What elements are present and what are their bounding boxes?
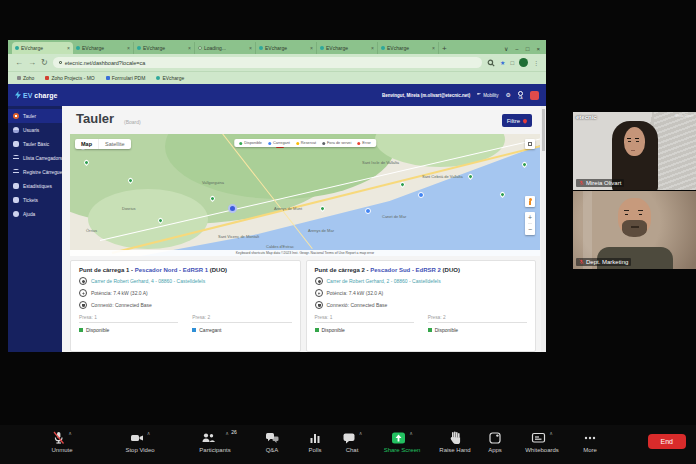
close-icon[interactable]: ×: [536, 46, 540, 52]
sidebar-label: Ajuda: [23, 212, 35, 217]
maximize-icon[interactable]: □: [526, 46, 530, 52]
chevron-up-icon[interactable]: ∧: [147, 430, 151, 436]
browser-tab[interactable]: Loading... ×: [195, 42, 256, 54]
browser-tab[interactable]: EVcharge ×: [317, 42, 378, 54]
chevron-up-icon[interactable]: ∧: [225, 430, 229, 436]
bookmark[interactable]: Zoho: [17, 75, 34, 81]
browser-tab[interactable]: EVcharge ×: [134, 42, 195, 54]
pegman-control[interactable]: [525, 196, 535, 207]
back-icon[interactable]: ←: [15, 59, 23, 67]
browser-tab[interactable]: EVcharge ×: [256, 42, 317, 54]
address-link[interactable]: Carrer de Robert Gerhard, 4 - 08860 - Ca…: [91, 278, 205, 284]
bookmark-label: Formulari PDM: [112, 75, 146, 81]
stop-video-button[interactable]: ∧ Stop Video: [108, 430, 172, 453]
page-scrollbar[interactable]: [541, 106, 546, 352]
sidebar-item-tickets[interactable]: Tickets: [8, 193, 62, 207]
reload-icon[interactable]: ↻: [41, 59, 48, 67]
sidebar-item-tauler-basic[interactable]: Tauler Bàsic: [8, 137, 62, 151]
browser-toolbar: ← → ↻ etecnic.net/dashboard?locale=ca ★ …: [8, 54, 546, 71]
extension-star-icon[interactable]: ★: [500, 60, 505, 66]
address-bar[interactable]: etecnic.net/dashboard?locale=ca: [53, 57, 482, 68]
list-icon: [13, 155, 19, 161]
legend-item[interactable]: Reservat: [296, 141, 316, 145]
video-tile-mireia[interactable]: etecnic Mireia Olivart Mireia Olivart: [573, 112, 696, 190]
legend-label: Disponible: [244, 141, 262, 145]
minimize-icon[interactable]: −: [515, 46, 519, 52]
sidebar-label: Tauler Bàsic: [23, 142, 49, 147]
fullscreen-button[interactable]: [525, 139, 535, 149]
sidebar-item-usuaris[interactable]: Usuaris: [8, 123, 62, 137]
name-watermark: Mireia Olivart: [675, 114, 693, 118]
address-link[interactable]: Carrer de Robert Gerhard, 2 - 08860 - Ca…: [327, 278, 441, 284]
charge-point-card-1: Punt de càrrega 1 - Pescador Nord - EdRS…: [70, 260, 301, 352]
browser-tab[interactable]: EVcharge ×: [73, 42, 134, 54]
participants-button[interactable]: 26 ∧ Participants: [183, 430, 247, 453]
map-zoom-control: + −: [525, 212, 535, 235]
chevron-up-icon[interactable]: ∧: [549, 430, 553, 436]
tab-close-icon[interactable]: ×: [310, 45, 313, 51]
sidebar-item-tauler[interactable]: Tauler: [8, 109, 62, 123]
chevron-up-icon[interactable]: ∧: [359, 430, 363, 436]
sidebar-item-llista-carregadors[interactable]: Llista Carregadors: [8, 151, 62, 165]
settings-gear-icon[interactable]: ⚙: [506, 92, 511, 98]
end-meeting-button[interactable]: End: [648, 434, 686, 449]
chevron-up-icon[interactable]: ∧: [409, 430, 413, 436]
evcharge-logo[interactable]: EVcharge: [15, 91, 57, 99]
tab-close-icon[interactable]: ×: [249, 45, 252, 51]
map-attribution: Keyboard shortcuts Map data ©2023 Inst. …: [70, 250, 540, 256]
search-icon[interactable]: [487, 59, 495, 67]
bookmark[interactable]: EVcharge: [156, 75, 184, 81]
marker-cluster[interactable]: [228, 204, 237, 213]
charge-point-link[interactable]: Pescador Sud - EdRSR 2: [370, 267, 441, 273]
window-controls: ∨ − □ ×: [504, 45, 546, 54]
legend-item[interactable]: Carregant: [268, 141, 290, 145]
legend-item[interactable]: Fora de servei: [322, 141, 351, 145]
charging-marker[interactable]: [418, 192, 424, 198]
filter-button[interactable]: Filtre: [502, 114, 532, 127]
legend-label: Error: [362, 141, 370, 145]
socket-2-status: Carregant: [192, 327, 291, 333]
sidebar-item-registre-carregues[interactable]: Registre Càrregues: [8, 165, 62, 179]
mobility-menu[interactable]: Mobility: [477, 93, 498, 98]
sidebar-item-ajuda[interactable]: Ajuda: [8, 207, 62, 221]
status-dot-blue: [268, 142, 271, 145]
kebab-menu-icon[interactable]: ⋮: [533, 60, 539, 66]
legend-item[interactable]: Disponible: [239, 141, 262, 145]
charger-marker[interactable]: [319, 205, 326, 212]
zoom-in-button[interactable]: +: [528, 212, 532, 224]
forward-icon[interactable]: →: [28, 59, 36, 67]
more-button[interactable]: More: [558, 430, 622, 453]
charger-marker[interactable]: [399, 181, 406, 188]
logout-button[interactable]: [530, 91, 539, 100]
tab-close-icon[interactable]: ×: [432, 45, 435, 51]
chevron-up-icon[interactable]: ∧: [68, 430, 72, 436]
legend-item[interactable]: Error: [357, 141, 370, 145]
status-square-green: [428, 328, 432, 332]
charge-point-link[interactable]: Pescador Nord - EdRSR 1: [135, 267, 208, 273]
card-title: Punt de càrrega 1 - Pescador Nord - EdRS…: [79, 267, 292, 273]
tab-close-icon[interactable]: ×: [127, 45, 130, 51]
tab-close-icon[interactable]: ×: [67, 45, 70, 51]
side-panel-icon[interactable]: □: [510, 60, 514, 66]
tab-close-icon[interactable]: ×: [188, 45, 191, 51]
unmute-button[interactable]: ∧ Unmute: [30, 430, 94, 453]
map-status-legend: Disponible Carregant Reservat Fora de se…: [234, 139, 376, 147]
profile-avatar[interactable]: [519, 58, 528, 67]
bookmark[interactable]: Zoho Projects - MO: [45, 75, 94, 81]
browser-tab[interactable]: EVcharge ×: [378, 42, 439, 54]
satellite-view-button[interactable]: Satellite: [98, 139, 131, 149]
video-tile-marketing[interactable]: Dept. Marketing: [573, 191, 696, 269]
map-view-button[interactable]: Map: [75, 139, 98, 149]
charging-marker[interactable]: [365, 208, 371, 214]
sidebar-item-estadistiques[interactable]: Estadístiques: [8, 179, 62, 193]
tab-search-icon[interactable]: ∨: [504, 45, 508, 52]
new-tab-button[interactable]: +: [442, 44, 447, 53]
language-switcher[interactable]: CA: [518, 91, 523, 100]
tab-close-icon[interactable]: ×: [371, 45, 374, 51]
bookmark[interactable]: Formulari PDM: [106, 75, 146, 81]
participant-name: Dept. Marketing: [586, 259, 628, 265]
browser-tab[interactable]: EVcharge ×: [12, 42, 73, 54]
video-camera-icon: [130, 431, 144, 445]
zoom-out-button[interactable]: −: [528, 224, 532, 235]
google-map[interactable]: Vallgorguina Sant Iscle de Vallalta Sant…: [70, 134, 540, 256]
